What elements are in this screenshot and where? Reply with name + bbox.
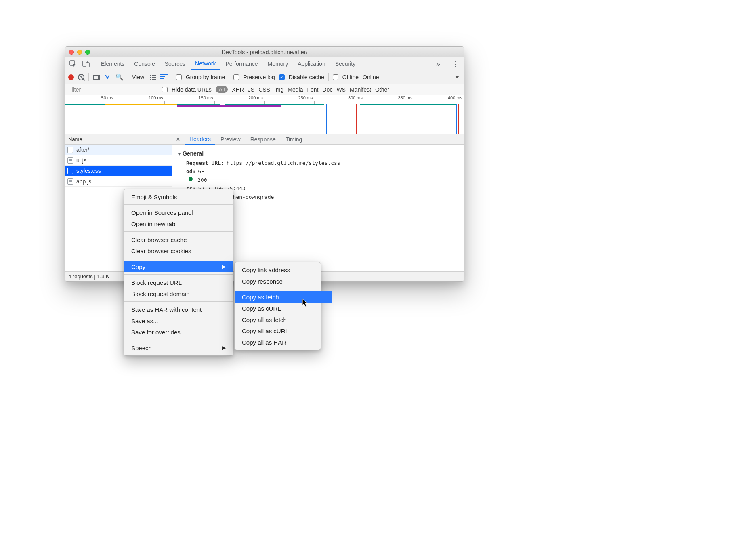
- group-by-frame-checkbox[interactable]: [176, 74, 182, 80]
- tab-console[interactable]: Console: [130, 57, 159, 70]
- submenu-item[interactable]: Copy all as fetch: [235, 314, 332, 325]
- dom-content-loaded-marker: [326, 104, 327, 134]
- disable-cache-checkbox[interactable]: ✓: [279, 74, 285, 80]
- detail-tab-headers[interactable]: Headers: [185, 134, 215, 145]
- preserve-log-checkbox[interactable]: [233, 74, 239, 80]
- request-row-selected[interactable]: styles.css: [65, 166, 172, 176]
- submenu-item[interactable]: Copy all as cURL: [235, 325, 332, 336]
- large-rows-icon[interactable]: [150, 75, 156, 80]
- menu-item-speech[interactable]: Speech▶: [124, 342, 233, 353]
- throttle-dropdown-icon[interactable]: [455, 76, 459, 78]
- menu-item[interactable]: Block request domain: [124, 288, 233, 299]
- column-header-name[interactable]: Name: [65, 134, 172, 145]
- minimize-window-icon[interactable]: [77, 50, 82, 55]
- menu-item-copy[interactable]: Copy▶: [124, 261, 233, 272]
- detail-tab-preview[interactable]: Preview: [216, 134, 245, 144]
- filter-all[interactable]: All: [216, 86, 228, 93]
- tab-application[interactable]: Application: [294, 57, 330, 70]
- submenu-item[interactable]: Copy link address: [235, 264, 332, 275]
- filter-css[interactable]: CSS: [258, 86, 270, 93]
- request-name: after/: [76, 147, 89, 153]
- request-name: styles.css: [76, 168, 101, 174]
- search-icon[interactable]: 🔍: [116, 73, 124, 81]
- menu-item[interactable]: Open in new tab: [124, 218, 233, 229]
- filter-icon[interactable]: ⛛: [104, 73, 111, 81]
- inspect-element-icon[interactable]: [67, 57, 79, 70]
- filter-doc[interactable]: Doc: [322, 86, 332, 93]
- view-label: View:: [132, 74, 146, 80]
- group-by-frame-label: Group by frame: [186, 74, 225, 80]
- panel-tabbar: Elements Console Sources Network Perform…: [65, 57, 464, 70]
- document-icon: [67, 147, 73, 153]
- submenu-arrow-icon: ▶: [222, 345, 226, 351]
- menu-item[interactable]: Clear browser cookies: [124, 245, 233, 256]
- filter-bar: Hide data URLs All XHR JS CSS Img Media …: [65, 84, 464, 95]
- request-name: ui.js: [76, 157, 86, 164]
- detail-tab-response[interactable]: Response: [246, 134, 280, 144]
- submenu-item[interactable]: Copy all as HAR: [235, 336, 332, 348]
- offline-checkbox[interactable]: [333, 74, 338, 80]
- filter-manifest[interactable]: Manifest: [350, 86, 371, 93]
- hide-data-urls-checkbox[interactable]: [162, 87, 168, 92]
- tab-network[interactable]: Network: [191, 57, 220, 70]
- online-label[interactable]: Online: [363, 74, 379, 80]
- detail-tabs: × Headers Preview Response Timing: [172, 134, 464, 145]
- timeline-overview[interactable]: [65, 104, 464, 134]
- tab-security[interactable]: Security: [331, 57, 360, 70]
- marker-line: [456, 104, 457, 134]
- screenshot-icon[interactable]: [93, 75, 100, 80]
- submenu-arrow-icon: ▶: [222, 264, 226, 269]
- waterfall-view-icon[interactable]: [160, 74, 168, 80]
- request-name: app.js: [76, 178, 91, 185]
- document-icon: [67, 168, 73, 174]
- clear-icon[interactable]: [78, 74, 84, 80]
- tabs-overflow-icon[interactable]: »: [434, 60, 443, 67]
- record-icon[interactable]: [68, 74, 74, 80]
- menu-item[interactable]: Save for overrides: [124, 326, 233, 338]
- copy-submenu: Copy link address Copy response Copy as …: [234, 262, 321, 350]
- filter-ws[interactable]: WS: [336, 86, 346, 93]
- document-icon: [67, 157, 73, 164]
- menu-item[interactable]: Save as...: [124, 315, 233, 326]
- overview-bar: [360, 104, 456, 105]
- window-controls: [69, 50, 90, 55]
- tab-performance[interactable]: Performance: [221, 57, 262, 70]
- window-title: DevTools - preload.glitch.me/after/: [69, 49, 460, 55]
- filter-other[interactable]: Other: [375, 86, 389, 93]
- offline-label: Offline: [342, 74, 359, 80]
- zoom-window-icon[interactable]: [85, 50, 90, 55]
- menu-item[interactable]: Block request URL: [124, 277, 233, 288]
- filter-font[interactable]: Font: [307, 86, 318, 93]
- tab-sources[interactable]: Sources: [161, 57, 189, 70]
- menu-item[interactable]: Emoji & Symbols: [124, 191, 233, 202]
- menu-item[interactable]: Open in Sources panel: [124, 207, 233, 218]
- request-row[interactable]: app.js: [65, 176, 172, 187]
- status-dot-icon: [189, 177, 193, 181]
- close-detail-icon[interactable]: ×: [172, 134, 184, 144]
- filter-img[interactable]: Img: [274, 86, 284, 93]
- timeline-ruler[interactable]: 50 ms 100 ms 150 ms 200 ms 250 ms 300 ms…: [65, 95, 464, 104]
- menu-item[interactable]: Clear browser cache: [124, 234, 233, 245]
- detail-tab-timing[interactable]: Timing: [281, 134, 307, 144]
- filter-input[interactable]: [65, 84, 158, 95]
- general-section-header[interactable]: General: [178, 150, 458, 157]
- filter-xhr[interactable]: XHR: [232, 86, 244, 93]
- close-window-icon[interactable]: [69, 50, 74, 55]
- submenu-item[interactable]: Copy as cURL: [235, 303, 332, 314]
- overview-bar: [225, 104, 324, 105]
- request-row[interactable]: after/: [65, 145, 172, 155]
- tab-memory[interactable]: Memory: [264, 57, 292, 70]
- network-settings-toolbar: ⛛ 🔍 View: Group by frame Preserve log ✓ …: [65, 70, 464, 84]
- kebab-menu-icon[interactable]: ⋮: [449, 60, 462, 67]
- submenu-item-copy-as-fetch[interactable]: Copy as fetch: [235, 291, 332, 303]
- tab-elements[interactable]: Elements: [97, 57, 128, 70]
- filter-js[interactable]: JS: [248, 86, 254, 93]
- overview-bar: [177, 105, 281, 107]
- hide-data-urls-label: Hide data URLs: [172, 86, 212, 93]
- submenu-item[interactable]: Copy response: [235, 275, 332, 287]
- menu-item[interactable]: Save as HAR with content: [124, 304, 233, 315]
- request-row[interactable]: ui.js: [65, 155, 172, 166]
- document-icon: [67, 178, 73, 185]
- device-toolbar-icon[interactable]: [80, 57, 92, 70]
- filter-media[interactable]: Media: [288, 86, 303, 93]
